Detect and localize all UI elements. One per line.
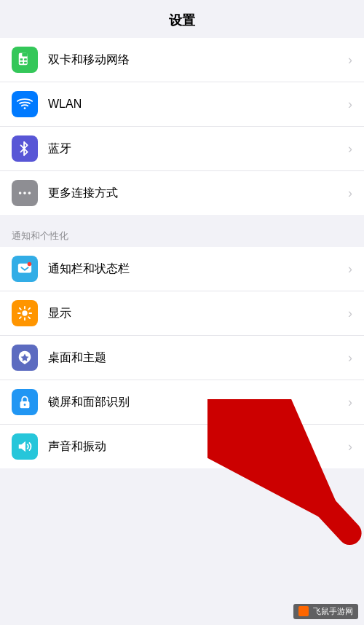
dual-sim-icon: [12, 47, 38, 73]
svg-point-6: [24, 107, 26, 109]
desktop-theme-label: 桌面和主题: [48, 350, 342, 366]
svg-rect-2: [20, 58, 23, 60]
svg-marker-23: [19, 441, 25, 452]
menu-item-desktop-theme[interactable]: 桌面和主题 ›: [0, 336, 364, 380]
sound-vibration-label: 声音和振动: [48, 439, 342, 455]
menu-item-sound-vibration[interactable]: 声音和振动 ›: [0, 425, 364, 468]
more-connections-label: 更多连接方式: [48, 186, 342, 201]
bluetooth-label: 蓝牙: [48, 141, 342, 157]
section-1: 双卡和移动网络 › WLAN › 蓝牙 ›: [0, 38, 364, 215]
more-connections-chevron: ›: [348, 186, 352, 201]
menu-item-wlan[interactable]: WLAN ›: [0, 82, 364, 127]
desktop-theme-icon: [12, 345, 38, 371]
svg-rect-1: [22, 53, 27, 57]
svg-line-19: [20, 317, 21, 318]
watermark-icon: [298, 606, 309, 616]
notification-bar-icon: [12, 256, 38, 282]
svg-line-17: [20, 308, 21, 310]
section-2: 通知栏和状态栏 › 显示 › 桌面: [0, 247, 364, 468]
svg-point-8: [23, 192, 26, 194]
svg-line-20: [28, 308, 30, 310]
menu-item-bluetooth[interactable]: 蓝牙 ›: [0, 127, 364, 171]
bluetooth-chevron: ›: [348, 141, 352, 157]
menu-item-display[interactable]: 显示 ›: [0, 291, 364, 336]
display-label: 显示: [48, 306, 342, 321]
wlan-chevron: ›: [348, 97, 352, 112]
display-chevron: ›: [348, 306, 352, 321]
dual-sim-label: 双卡和移动网络: [48, 52, 342, 68]
watermark-text: 飞鼠手游网: [313, 607, 353, 616]
svg-point-7: [19, 192, 22, 194]
notification-bar-chevron: ›: [348, 262, 352, 277]
desktop-theme-chevron: ›: [348, 350, 352, 366]
menu-item-dual-sim[interactable]: 双卡和移动网络 ›: [0, 38, 364, 82]
lock-screen-label: 锁屏和面部识别: [48, 395, 342, 410]
menu-item-more-connections[interactable]: 更多连接方式 ›: [0, 171, 364, 215]
wlan-icon: [12, 91, 38, 117]
dual-sim-chevron: ›: [348, 52, 352, 68]
sound-vibration-icon: [12, 433, 38, 460]
menu-item-lock-screen[interactable]: 锁屏和面部识别 ›: [0, 380, 364, 425]
lock-screen-chevron: ›: [348, 395, 352, 410]
svg-rect-4: [20, 62, 23, 64]
section-divider: [0, 215, 364, 222]
watermark: 飞鼠手游网: [293, 604, 358, 619]
lock-screen-icon: [12, 389, 38, 415]
svg-point-9: [28, 192, 31, 194]
more-connections-icon: [12, 180, 38, 206]
svg-rect-3: [24, 58, 27, 60]
svg-rect-5: [24, 62, 27, 64]
notification-bar-label: 通知栏和状态栏: [48, 262, 342, 277]
wlan-label: WLAN: [48, 98, 342, 111]
svg-point-12: [22, 310, 27, 315]
svg-point-22: [24, 404, 26, 406]
svg-point-11: [28, 262, 31, 267]
page-title: 设置: [0, 0, 364, 38]
menu-item-notification-bar[interactable]: 通知栏和状态栏 ›: [0, 247, 364, 291]
sound-vibration-chevron: ›: [348, 439, 352, 455]
svg-line-18: [28, 317, 30, 318]
display-icon: [12, 300, 38, 326]
bluetooth-icon: [12, 135, 38, 162]
section2-header: 通知和个性化: [0, 222, 364, 247]
